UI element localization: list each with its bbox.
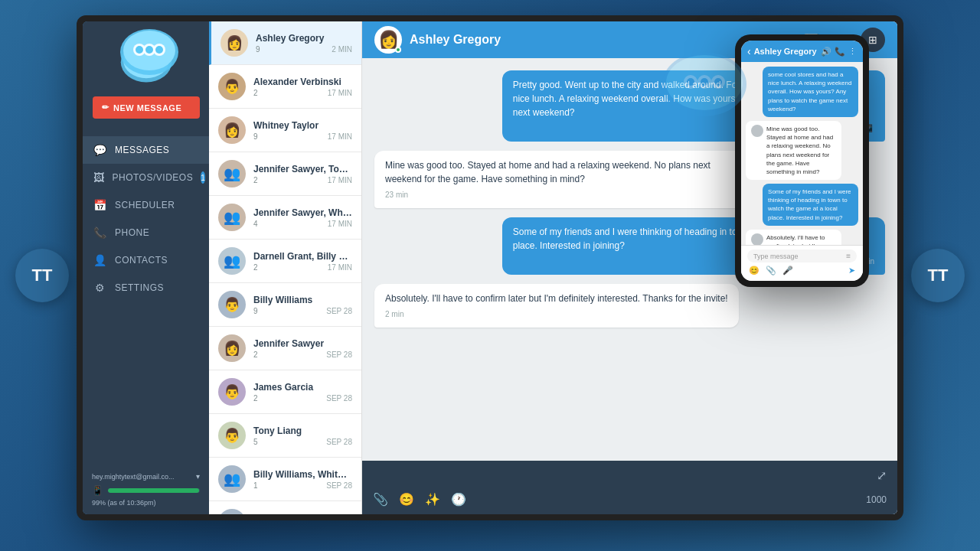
contact-item-jen-whitney[interactable]: 👥 Jennifer Sawyer, Whitney Taylor 4 17 M… [209, 196, 361, 240]
chat-header-avatar: 👩 [374, 26, 402, 54]
message-text: Mine was good too. Stayed at home and ha… [385, 158, 746, 186]
account-section: hey.mightytext@gmail.co... ▾ 📱 99% (as o… [83, 465, 209, 514]
contact-info: Darnell Grant, Billy Williams 2 17 MIN [253, 251, 352, 272]
contact-info: Tony Liang 5 SEP 28 [253, 425, 352, 446]
avatar: 👥 [218, 160, 246, 187]
phone-emoji-icon[interactable]: 😊 [749, 266, 760, 276]
contact-info: Whitney Taylor 9 17 MIN [253, 120, 352, 141]
contact-item-jennifer[interactable]: 👩 Jennifer Sawyer 2 SEP 28 [209, 327, 361, 370]
phone-icon: 📞 [93, 227, 107, 239]
contact-info: Alexander Verbinski 2 17 MIN [253, 77, 352, 97]
chat-input-row: 📎 😊 ✨ 🕐 1000 [373, 492, 887, 507]
contact-item-billy-whitney[interactable]: 👥 Billy Williams, Whitney Taylor 1 SEP 2… [209, 458, 361, 501]
contact-item-james[interactable]: 👨 James Garcia 2 SEP 28 [209, 370, 361, 414]
new-message-button[interactable]: ✏ NEW MESSAGE [93, 96, 200, 119]
svg-point-21 [687, 78, 694, 86]
tt-logo-left: TT [15, 249, 69, 302]
sidebar-item-photos[interactable]: 🖼 PHOTOS/VIDEOS 1 [83, 164, 209, 191]
phone-input-lines-icon: ≡ [846, 252, 851, 260]
phone-input-area: Type message ≡ 😊 📎 🎤 ➤ [741, 245, 863, 281]
message-time: 2 min [385, 308, 728, 320]
phone-send-button[interactable]: ➤ [848, 266, 855, 276]
phone-header: ‹ Ashley Gregory 🔊 📞 ⋮ [741, 41, 863, 62]
svg-point-23 [714, 78, 722, 86]
tt-logo-right: TT [911, 249, 965, 302]
chat-bubble-decoration [658, 46, 750, 126]
phone-call-icon[interactable]: 📞 [835, 47, 845, 57]
avatar: 👩 [220, 29, 248, 57]
nav-menu: 💬 MESSAGES 🖼 PHOTOS/VIDEOS 1 📅 SCHEDULER… [83, 136, 209, 302]
sidebar-item-contacts[interactable]: 👤 CONTACTS [83, 246, 209, 274]
contact-item-tony[interactable]: 👨 Tony Liang 5 SEP 28 [209, 414, 361, 458]
phone-avatar [751, 233, 763, 245]
phone-bubble-sent-1: some cool stores and had a nice lunch. A… [763, 67, 858, 117]
phone-screen: ‹ Ashley Gregory 🔊 📞 ⋮ some cool stores … [741, 41, 863, 281]
phone-device-icon: 📱 [92, 485, 103, 496]
contact-info: Jennifer Sawyer, Whitney Taylor 4 17 MIN [253, 207, 352, 228]
avatar: 👥 [218, 247, 246, 275]
avatar: 👥 [218, 204, 246, 231]
phone-more-icon[interactable]: ⋮ [848, 47, 857, 57]
chat-input-area: ⤢ 📎 😊 ✨ 🕐 1000 [362, 461, 897, 514]
char-count: 1000 [866, 494, 887, 505]
phone-input-field[interactable]: Type message [753, 253, 843, 260]
svg-point-5 [136, 46, 143, 54]
phone-mockup: ‹ Ashley Gregory 🔊 📞 ⋮ some cool stores … [735, 34, 869, 287]
message-bubble-received-1: Mine was good too. Stayed at home and ha… [374, 151, 757, 208]
phone-input-row[interactable]: Type message ≡ [747, 249, 857, 262]
contact-info: Billy Williams 9 SEP 28 [253, 295, 352, 315]
avatar: 👥 [218, 465, 246, 493]
avatar: 👩 [218, 334, 246, 362]
svg-point-22 [701, 78, 708, 86]
phone-mic-icon[interactable]: 🎤 [782, 266, 793, 276]
account-email[interactable]: hey.mightytext@gmail.co... ▾ [92, 472, 200, 481]
phone-bubble-sent-2: Some of my friends and I were thinking o… [763, 184, 858, 226]
sidebar-item-messages[interactable]: 💬 MESSAGES [83, 136, 209, 164]
chat-contact-name: Ashley Gregory [410, 33, 776, 47]
message-bubble-received-2: Absolutely. I'll have to confirm later b… [374, 284, 739, 328]
contact-item-billy[interactable]: 👨 Billy Williams 9 SEP 28 [209, 283, 361, 327]
contact-item-billy-jennifer[interactable]: 👥 Billy Williams, Jennifer Sawyer 2 SEP … [209, 501, 361, 514]
svg-point-7 [155, 46, 163, 54]
grid-icon: ⊞ [868, 34, 877, 46]
avatar: 👨 [218, 291, 246, 318]
sidebar: ✏ NEW MESSAGE 💬 MESSAGES 🖼 PHOTOS/VIDEOS… [83, 21, 209, 514]
photos-icon: 🖼 [93, 171, 105, 184]
battery-label: 99% (as of 10:36pm) [92, 499, 200, 507]
clock-icon[interactable]: 🕐 [451, 492, 466, 507]
contact-item-darnell-billy[interactable]: 👥 Darnell Grant, Billy Williams 2 17 MIN [209, 240, 361, 283]
settings-icon: ⚙ [93, 282, 107, 294]
contact-info: Jennifer Sawyer, Tony Liang 2 17 MIN [253, 164, 352, 184]
contact-item-alexander[interactable]: 👨 Alexander Verbinski 2 17 MIN [209, 65, 361, 109]
emoji-icon[interactable]: 😊 [399, 492, 414, 507]
phone-speaker-icon[interactable]: 🔊 [821, 47, 831, 57]
app-icon [115, 23, 184, 87]
avatar: 👨 [218, 73, 246, 100]
contact-info: James Garcia 2 SEP 28 [253, 382, 352, 403]
phone-bubble-received-1: Mine was good too. Stayed at home and ha… [746, 121, 841, 180]
contact-list: 👩 Ashley Gregory 9 2 MIN 👨 Alexander Ver… [209, 21, 362, 514]
contact-item-whitney[interactable]: 👩 Whitney Taylor 9 17 MIN [209, 109, 361, 152]
toolbar-icons: 📎 😊 ✨ 🕐 [373, 492, 466, 507]
status-dot [395, 47, 401, 53]
attachment-icon[interactable]: 📎 [373, 492, 388, 507]
contact-item-jen-tony[interactable]: 👥 Jennifer Sawyer, Tony Liang 2 17 MIN [209, 152, 361, 196]
phone-attachment-icon[interactable]: 📎 [766, 266, 776, 276]
magic-icon[interactable]: ✨ [425, 492, 440, 507]
battery-bar [108, 488, 200, 493]
sidebar-item-phone[interactable]: 📞 PHONE [83, 219, 209, 246]
message-text: Absolutely. I'll have to confirm later b… [385, 292, 728, 305]
sidebar-item-scheduler[interactable]: 📅 SCHEDULER [83, 191, 209, 219]
contact-info: Ashley Gregory 9 2 MIN [256, 33, 352, 54]
phone-emoji-row: 😊 📎 🎤 ➤ [747, 262, 857, 277]
svg-point-6 [145, 46, 153, 54]
contact-item-ashley[interactable]: 👩 Ashley Gregory 9 2 MIN [209, 21, 361, 65]
contact-info: Jennifer Sawyer 2 SEP 28 [253, 338, 352, 359]
sidebar-item-settings[interactable]: ⚙ SETTINGS [83, 274, 209, 302]
expand-icon[interactable]: ⤢ [877, 468, 887, 483]
message-time: 23 min [385, 189, 746, 201]
battery-fill [108, 488, 199, 493]
phone-messages: some cool stores and had a nice lunch. A… [741, 62, 863, 245]
chevron-down-icon: ▾ [196, 472, 200, 481]
contact-info: Billy Williams, Jennifer Sawyer 2 SEP 28 [253, 513, 352, 515]
